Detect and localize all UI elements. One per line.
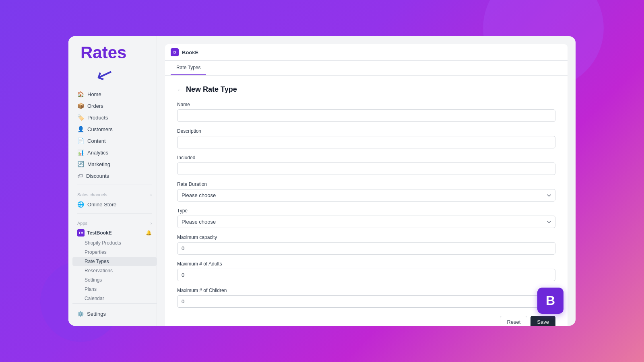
bell-icon: 🔔 <box>146 230 152 236</box>
included-label: Included <box>177 155 555 160</box>
sidebar-item-discounts[interactable]: 🏷 Discounts <box>72 170 157 181</box>
sales-channels-chevron: › <box>151 193 152 197</box>
sidebar-sub-plans[interactable]: Plans <box>72 285 157 294</box>
sidebar-item-marketing[interactable]: 🔄 Marketing <box>72 158 157 170</box>
sidebar-item-online-store-label: Online Store <box>87 202 116 208</box>
rate-duration-select[interactable]: Please choose Per Night Per Week Per Mon… <box>177 189 555 202</box>
form-group-included: Included <box>177 155 555 175</box>
max-children-label: Maximum # of Children <box>177 288 555 293</box>
sidebar-item-content[interactable]: 📄 Content <box>72 135 157 146</box>
description-input[interactable] <box>177 136 555 148</box>
app-testbooke[interactable]: TB TestBookE 🔔 <box>72 227 157 239</box>
type-select[interactable]: Please choose Standard Discounted Premiu… <box>177 216 555 228</box>
sidebar-item-home[interactable]: 🏠 Home <box>72 88 157 100</box>
max-adults-input[interactable] <box>177 269 555 281</box>
max-children-input[interactable] <box>177 295 555 308</box>
sidebar-item-online-store[interactable]: 🌐 Online Store <box>72 199 157 210</box>
included-input[interactable] <box>177 162 555 175</box>
page-title: Rates <box>80 44 126 61</box>
description-label: Description <box>177 128 555 134</box>
sidebar-item-discounts-label: Discounts <box>86 173 109 179</box>
sidebar-sub-reservations[interactable]: Reservations <box>72 266 157 275</box>
sidebar-item-orders-label: Orders <box>87 103 103 109</box>
sidebar-item-home-label: Home <box>87 91 101 97</box>
calendar-label: Calendar <box>85 296 104 301</box>
sidebar-item-products[interactable]: 🏷️ Products <box>72 112 157 123</box>
main-card: Rates ↙ 🏠 Home 📦 Orders 🏷️ Products 👤 Cu… <box>68 36 576 326</box>
type-label: Type <box>177 208 555 214</box>
reservations-label: Reservations <box>85 268 113 274</box>
sidebar-item-analytics-label: Analytics <box>87 150 108 156</box>
sidebar-sub-properties[interactable]: Properties <box>72 248 157 257</box>
max-capacity-input[interactable] <box>177 242 555 255</box>
form-group-type: Type Please choose Standard Discounted P… <box>177 208 555 228</box>
sidebar-sub-settings[interactable]: Settings <box>72 276 157 284</box>
form-page-header: ← New Rate Type <box>177 85 555 94</box>
main-content: B BookE Rate Types ← New Rate Type Name <box>157 36 576 326</box>
reset-button[interactable]: Reset <box>500 316 527 326</box>
sidebar-item-marketing-label: Marketing <box>87 161 110 167</box>
sidebar-item-products-label: Products <box>87 115 108 121</box>
sales-channels-label: Sales channels <box>77 192 107 197</box>
tabs-bar: Rate Types <box>165 61 568 76</box>
booke-title: BookE <box>182 49 198 56</box>
sidebar-divider-1 <box>77 185 152 185</box>
sidebar-item-orders[interactable]: 📦 Orders <box>72 100 157 111</box>
back-arrow-button[interactable]: ← <box>177 86 183 93</box>
sidebar-item-analytics[interactable]: 📊 Analytics <box>72 147 157 158</box>
rate-types-label: Rate Types <box>85 259 109 264</box>
form-actions: Reset Save <box>177 316 555 326</box>
app-testbooke-label: TestBookE <box>87 230 112 236</box>
b-icon-corner: B <box>537 288 564 314</box>
sidebar-bottom: ⚙️ Settings <box>72 303 157 324</box>
form-group-name: Name <box>177 102 555 122</box>
sidebar: 🏠 Home 📦 Orders 🏷️ Products 👤 Customers … <box>68 36 157 326</box>
form-container: ← New Rate Type Name Description Include… <box>165 76 568 326</box>
form-group-max-children: Maximum # of Children <box>177 288 555 308</box>
settings-label: Settings <box>85 277 102 283</box>
max-adults-label: Maximum # of Adults <box>177 261 555 267</box>
products-icon: 🏷️ <box>77 114 84 121</box>
properties-label: Properties <box>85 249 107 255</box>
header-area: Rates ↙ <box>80 44 126 61</box>
analytics-icon: 📊 <box>77 149 84 156</box>
sidebar-item-customers-label: Customers <box>87 126 113 132</box>
apps-label: Apps <box>77 221 87 226</box>
form-page-title: New Rate Type <box>186 85 237 94</box>
sidebar-sub-rate-types[interactable]: Rate Types <box>72 257 157 266</box>
name-label: Name <box>177 102 555 107</box>
sales-channels-section: Sales channels › <box>72 188 157 199</box>
online-store-icon: 🌐 <box>77 201 84 208</box>
global-settings-label: Settings <box>87 311 106 317</box>
sidebar-item-content-label: Content <box>87 138 106 144</box>
settings-gear-icon: ⚙️ <box>77 311 84 317</box>
discounts-icon: 🏷 <box>77 173 83 179</box>
sidebar-item-customers[interactable]: 👤 Customers <box>72 123 157 135</box>
marketing-icon: 🔄 <box>77 161 84 167</box>
layout: 🏠 Home 📦 Orders 🏷️ Products 👤 Customers … <box>68 36 576 326</box>
form-group-max-capacity: Maximum capacity <box>177 234 555 255</box>
apps-chevron: › <box>151 221 152 226</box>
sidebar-sub-shopify-products[interactable]: Shopify Products <box>72 239 157 247</box>
tab-rate-types[interactable]: Rate Types <box>171 61 206 75</box>
form-group-description: Description <box>177 128 555 148</box>
plans-label: Plans <box>85 286 97 292</box>
save-button[interactable]: Save <box>530 316 555 326</box>
home-icon: 🏠 <box>77 91 84 97</box>
customers-icon: 👤 <box>77 126 84 132</box>
rate-duration-label: Rate Duration <box>177 181 555 187</box>
sidebar-divider-2 <box>77 213 152 214</box>
booke-icon: B <box>171 48 179 56</box>
max-capacity-label: Maximum capacity <box>177 234 555 240</box>
testbooke-icon: TB <box>77 229 85 237</box>
apps-section: Apps › <box>72 217 157 227</box>
content-icon: 📄 <box>77 138 84 144</box>
booke-header: B BookE <box>165 44 568 61</box>
orders-icon: 📦 <box>77 103 84 109</box>
global-settings-item[interactable]: ⚙️ Settings <box>77 309 152 319</box>
name-input[interactable] <box>177 109 555 122</box>
form-group-rate-duration: Rate Duration Please choose Per Night Pe… <box>177 181 555 202</box>
shopify-products-label: Shopify Products <box>85 240 121 246</box>
form-group-max-adults: Maximum # of Adults <box>177 261 555 281</box>
sidebar-sub-calendar[interactable]: Calendar <box>72 294 157 303</box>
